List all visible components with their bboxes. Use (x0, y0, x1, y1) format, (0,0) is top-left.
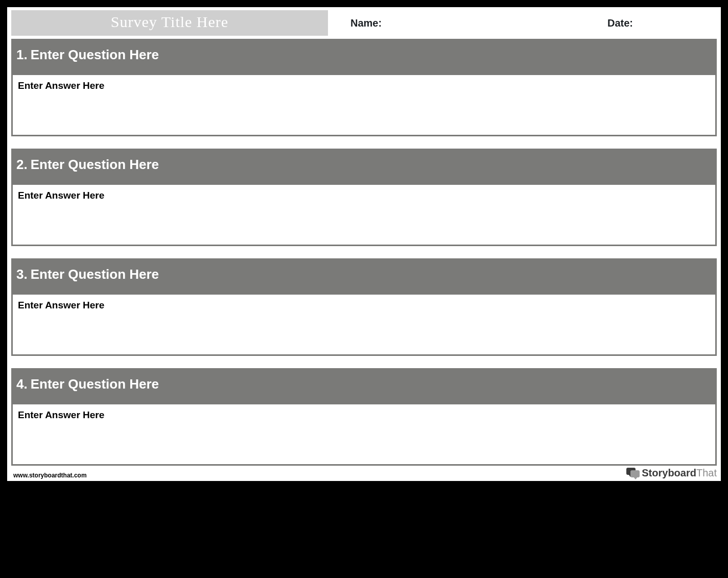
answer-box[interactable]: Enter Answer Here (11, 404, 717, 466)
answer-placeholder: Enter Answer Here (18, 80, 104, 91)
meta-block: Name: Date: (328, 10, 717, 36)
answer-placeholder: Enter Answer Here (18, 190, 104, 201)
question-prompt: Enter Question Here (31, 267, 159, 282)
brand-text-b: That (696, 467, 717, 478)
question-header[interactable]: 4. Enter Question Here (11, 368, 717, 404)
answer-placeholder: Enter Answer Here (18, 300, 104, 310)
question-block-2: 2. Enter Question Here Enter Answer Here (11, 149, 717, 246)
question-header[interactable]: 1. Enter Question Here (11, 39, 717, 75)
brand-text: StoryboardThat (642, 467, 717, 479)
answer-box[interactable]: Enter Answer Here (11, 185, 717, 246)
question-prompt: Enter Question Here (31, 47, 159, 63)
question-header[interactable]: 2. Enter Question Here (11, 149, 717, 185)
title-block[interactable]: Survey Title Here (11, 10, 328, 36)
question-number: 1. (16, 47, 28, 63)
survey-title: Survey Title Here (111, 13, 228, 30)
date-label: Date: (607, 17, 633, 29)
question-header[interactable]: 3. Enter Question Here (11, 258, 717, 295)
answer-box[interactable]: Enter Answer Here (11, 295, 717, 356)
name-label: Name: (350, 17, 382, 29)
brand-logo: StoryboardThat (626, 467, 717, 479)
answer-placeholder: Enter Answer Here (18, 410, 104, 420)
question-prompt: Enter Question Here (31, 157, 159, 173)
question-number: 2. (16, 157, 28, 173)
question-block-4: 4. Enter Question Here Enter Answer Here (11, 368, 717, 466)
answer-box[interactable]: Enter Answer Here (11, 75, 717, 136)
header-row: Survey Title Here Name: Date: (11, 10, 717, 36)
survey-worksheet-page: Survey Title Here Name: Date: 1. Enter Q… (7, 7, 721, 481)
brand-text-a: Storyboard (642, 467, 696, 478)
footer: www.storyboardthat.com StoryboardThat (13, 467, 717, 479)
question-prompt: Enter Question Here (31, 376, 159, 392)
question-number: 3. (16, 267, 28, 282)
footer-url: www.storyboardthat.com (13, 472, 87, 479)
question-block-3: 3. Enter Question Here Enter Answer Here (11, 258, 717, 356)
speech-bubbles-icon (626, 468, 640, 479)
question-number: 4. (16, 376, 28, 392)
question-block-1: 1. Enter Question Here Enter Answer Here (11, 39, 717, 136)
